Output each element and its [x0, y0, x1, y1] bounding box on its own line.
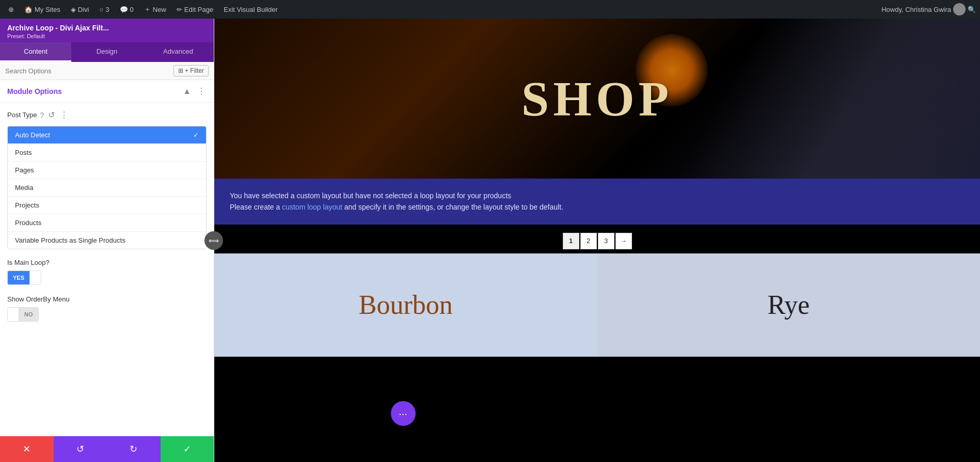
notice-banner: You have selected a custom layout but ha…	[214, 179, 980, 225]
divi-menu[interactable]: ◈ Divi	[67, 0, 93, 19]
filter-button[interactable]: ⊞ + Filter	[173, 65, 209, 76]
reset-post-type-button[interactable]: ↺	[47, 109, 56, 121]
page-2-button[interactable]: 2	[580, 233, 597, 249]
products-row: Bourbon Rye	[214, 253, 980, 357]
module-options-title: Module Options	[7, 87, 182, 95]
reply-icon: 💬	[120, 6, 128, 13]
is-main-loop-label: Is Main Loop?	[7, 259, 207, 266]
page-3-button[interactable]: 3	[598, 233, 614, 249]
show-orderby-label: Show OrderBy Menu	[7, 295, 207, 303]
admin-bar-user: Howdy, Christina Gwira 🔍	[881, 3, 976, 15]
divi-label: Divi	[78, 6, 89, 13]
search-bar: ⊞ + Filter	[0, 62, 214, 80]
option-products[interactable]: Products ✓	[8, 214, 206, 231]
notice-line1: You have selected a custom layout but ha…	[230, 190, 965, 201]
fab-icon: ···	[399, 408, 407, 420]
edit-page-button[interactable]: ✏ Edit Page	[172, 0, 217, 19]
notice-post: and specify it in the settings, or chang…	[342, 203, 563, 211]
more-options-button[interactable]: ⋮	[196, 85, 207, 97]
post-type-section: Post Type ? ↺ ⋮	[0, 103, 214, 124]
house-icon: 🏠	[24, 6, 33, 13]
product-rye[interactable]: Rye	[597, 253, 981, 357]
exit-builder-label: Exit Visual Builder	[224, 6, 278, 13]
help-icon[interactable]: ?	[40, 111, 44, 119]
pagination: 1 2 3 →	[214, 225, 980, 253]
sidebar-panel: Archive Loop - Divi Ajax Filt... Preset:…	[0, 19, 214, 462]
option-posts[interactable]: Posts ✓	[8, 144, 206, 161]
reply-count: 0	[130, 6, 134, 13]
module-options-header: Module Options ▲ ⋮	[0, 80, 214, 103]
filter-label: + Filter	[185, 67, 204, 74]
save-icon: ✓	[183, 443, 191, 455]
option-media[interactable]: Media ✓	[8, 179, 206, 196]
hero-glass-decoration	[636, 19, 980, 179]
sidebar-body: Module Options ▲ ⋮ Post Type ? ↺ ⋮ Auto …	[0, 80, 214, 436]
toggle-no[interactable]: NO	[19, 308, 38, 321]
toggle-off-handle[interactable]	[8, 308, 19, 321]
undo-button[interactable]: ↺	[54, 436, 107, 462]
is-main-loop-section: Is Main Loop? YES	[0, 253, 214, 290]
post-type-dropdown: Auto Detect ✓ Posts ✓ Pages ✓ Media ✓ Pr…	[7, 126, 207, 249]
page-next-button[interactable]: →	[615, 233, 632, 249]
exit-builder-button[interactable]: Exit Visual Builder	[219, 0, 282, 19]
post-type-label: Post Type	[7, 111, 37, 119]
is-main-loop-toggle-row: YES	[7, 270, 207, 285]
redo-button[interactable]: ↻	[107, 436, 161, 462]
divi-icon: ◈	[71, 6, 76, 13]
bourbon-title: Bourbon	[359, 290, 453, 320]
shop-title: SHOP	[521, 70, 673, 128]
option-projects[interactable]: Projects ✓	[8, 196, 206, 214]
option-media-label: Media	[15, 184, 33, 192]
sidebar-tabs: Content Design Advanced	[0, 42, 214, 62]
fab-button[interactable]: ···	[391, 401, 416, 426]
admin-bar: ⊕ 🏠 My Sites ◈ Divi ○ 3 💬 0 ＋ New ✏ Edit…	[0, 0, 980, 19]
product-bourbon[interactable]: Bourbon	[214, 253, 597, 357]
comment-count: 3	[105, 6, 109, 13]
check-icon: ✓	[193, 131, 199, 139]
rye-title: Rye	[767, 290, 810, 320]
search-input[interactable]	[5, 67, 170, 75]
tab-design[interactable]: Design	[71, 42, 143, 62]
option-auto-detect-label: Auto Detect	[15, 131, 50, 139]
show-orderby-section: Show OrderBy Menu NO	[0, 290, 214, 327]
wp-logo[interactable]: ⊕	[4, 0, 18, 19]
wp-icon: ⊕	[8, 6, 14, 13]
new-label: New	[153, 6, 166, 13]
new-menu[interactable]: ＋ New	[140, 0, 170, 19]
sidebar-preset[interactable]: Preset: Default	[7, 33, 207, 39]
my-sites-label: My Sites	[35, 6, 60, 13]
option-variable-products[interactable]: Variable Products as Single Products ✓	[8, 231, 206, 249]
avatar	[953, 3, 966, 15]
toggle-handle[interactable]	[29, 271, 41, 284]
comments-menu[interactable]: ○ 3	[96, 0, 114, 19]
option-auto-detect[interactable]: Auto Detect ✓	[8, 126, 206, 144]
my-sites-menu[interactable]: 🏠 My Sites	[20, 0, 65, 19]
search-icon[interactable]: 🔍	[968, 6, 976, 13]
resize-handle[interactable]: ⟺	[204, 231, 223, 250]
sidebar-title: Archive Loop - Divi Ajax Filt...	[7, 24, 207, 32]
collapse-button[interactable]: ▲	[182, 86, 192, 97]
save-button[interactable]: ✓	[161, 436, 214, 462]
canvas-area: SHOP You have selected a custom layout b…	[214, 19, 980, 462]
show-orderby-toggle[interactable]: NO	[7, 307, 39, 322]
option-pages[interactable]: Pages ✓	[8, 161, 206, 179]
tab-advanced[interactable]: Advanced	[143, 42, 214, 62]
toggle-yes[interactable]: YES	[8, 271, 29, 284]
howdy-text: Howdy, Christina Gwira	[881, 6, 951, 13]
option-variable-products-label: Variable Products as Single Products	[15, 236, 125, 244]
is-main-loop-toggle[interactable]: YES	[7, 270, 41, 285]
replies-menu[interactable]: 💬 0	[116, 0, 138, 19]
hero-section: SHOP	[214, 19, 980, 179]
module-options-actions: ▲ ⋮	[182, 85, 207, 97]
comment-bubble-icon: ○	[100, 6, 104, 13]
edit-page-label: Edit Page	[184, 6, 213, 13]
page-1-button[interactable]: 1	[563, 233, 579, 249]
undo-icon: ↺	[76, 443, 84, 455]
cancel-button[interactable]: ✕	[0, 436, 54, 462]
tab-content[interactable]: Content	[0, 42, 71, 62]
main-layout: Archive Loop - Divi Ajax Filt... Preset:…	[0, 19, 980, 462]
redo-icon: ↻	[130, 443, 137, 455]
option-posts-label: Posts	[15, 149, 32, 156]
custom-loop-layout-link[interactable]: custom loop layout	[282, 203, 342, 211]
post-type-more-button[interactable]: ⋮	[59, 109, 69, 121]
